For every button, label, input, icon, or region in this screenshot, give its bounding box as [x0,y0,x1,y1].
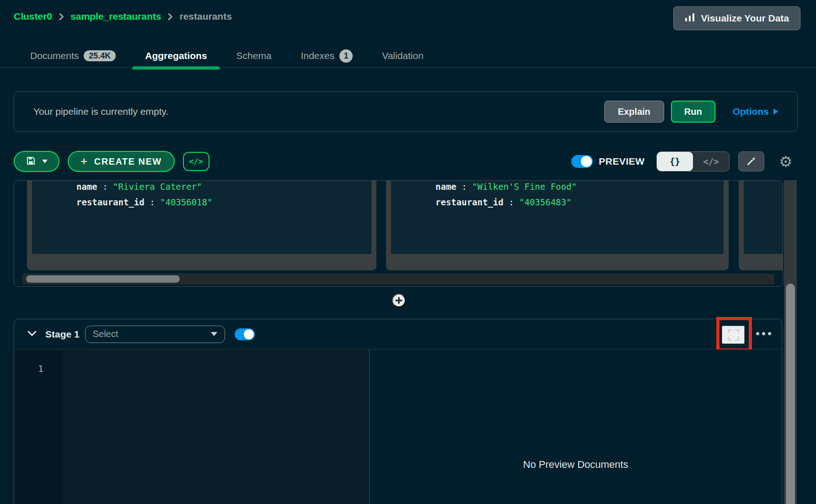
pipeline-status-panel: Your pipeline is currently empty. Explai… [14,91,798,132]
toggle-knob [581,156,592,167]
tab-documents[interactable]: Documents 25.4K [28,44,118,68]
stage-enabled-toggle[interactable] [235,328,255,340]
plus-icon [395,297,403,304]
pipeline-toolbar-right: PREVIEW {} </> ⚙ [571,151,795,172]
stage-1-card: Stage 1 Select 1 No Preview Do [14,319,782,504]
stage-editor: 1 [14,349,370,504]
field-value: "Wilken'S Fine Food" [472,182,577,192]
document-card: gradesArray (4) name"Riviera Caterer" re… [27,180,376,270]
field-row-name: name"Riviera Caterer" [32,180,371,194]
page-vertical-scrollbar [784,180,797,504]
editor-code-area[interactable] [63,349,369,504]
document-card-content: gradesArray (4) name"Riviera Caterer" re… [32,180,371,254]
no-preview-message: No Preview Documents [370,459,782,471]
stage-body: 1 No Preview Documents [14,349,782,504]
tab-indexes[interactable]: Indexes 1 [299,44,355,68]
braces-icon: {} [670,156,680,166]
pipeline-toolbar-left: + CREATE NEW </> [14,151,209,172]
pipeline-preview-panel: gradesArray (4) name"Riviera Caterer" re… [14,180,783,287]
horizontal-scrollbar-thumb[interactable] [26,275,180,283]
preview-label: PREVIEW [599,156,649,167]
editor-gutter: 1 [14,349,63,504]
field-row-restaurant-id: restaurant_id"40356018" [32,194,371,210]
field-row-name: name"Wilken'S Fine Food" [391,180,724,194]
output-view-segmented-control: {} </> [656,151,730,172]
chevron-right-icon [59,13,64,21]
breadcrumb: Cluster0 sample_restaurants restaurants [14,11,232,22]
stage-title: Stage 1 [45,329,80,340]
breadcrumb-collection: restaurants [179,11,231,22]
explain-button[interactable]: Explain [604,101,664,123]
document-card: gradesArray (6) name"Wilken'S Fine Food"… [386,180,729,270]
pipeline-as-text-button[interactable]: </> [183,152,209,171]
documents-count-badge: 25.4K [84,50,116,61]
tab-aggregations[interactable]: Aggregations [143,44,209,68]
stage-header: Stage 1 Select [14,319,782,349]
field-value: "Riviera Caterer" [113,182,202,192]
tab-label: Validation [382,50,424,61]
collection-tabs-bar: Documents 25.4K Aggregations Schema Inde… [0,44,816,68]
field-row-restaurant-id: restaurant_id"40356483" [391,194,724,210]
magic-wand-icon [746,155,757,168]
dot [768,332,771,335]
vertical-scrollbar-thumb[interactable] [786,284,795,504]
document-card-content [744,180,783,254]
save-icon [26,156,36,167]
plus-icon: + [81,155,88,167]
document-card-content: gradesArray (6) name"Wilken'S Fine Food"… [391,180,724,254]
pipeline-empty-message: Your pipeline is currently empty. [33,106,604,117]
field-value: "40356018" [160,197,212,207]
create-new-button[interactable]: + CREATE NEW [68,151,175,172]
indexes-count-badge: 1 [339,49,353,63]
text-view-segment[interactable]: </> [693,152,729,171]
document-view-segment[interactable]: {} [657,152,693,171]
field-key: restaurant_id [435,197,519,207]
field-key: restaurant_id [76,197,160,207]
dot [756,332,759,335]
collapse-chevron-icon[interactable] [27,330,37,338]
tab-label: Aggregations [145,50,207,61]
stage-more-options-button[interactable] [756,332,771,335]
ai-wand-button[interactable] [738,151,764,172]
visualize-button-label: Visualize Your Data [701,13,789,24]
tab-label: Indexes [301,50,335,61]
add-stage-button[interactable] [392,294,406,307]
chevron-down-icon [42,160,48,163]
dot [762,332,765,335]
save-pipeline-split-button[interactable] [14,151,59,172]
chevron-right-icon [167,13,173,21]
tab-validation[interactable]: Validation [380,44,425,68]
field-value: "40356483" [519,197,571,207]
stage-output-pane: No Preview Documents [370,349,782,504]
create-new-label: CREATE NEW [94,156,162,167]
breadcrumb-database[interactable]: sample_restaurants [70,11,161,22]
stage-fullscreen-button[interactable] [722,326,745,344]
fullscreen-icon [727,329,740,341]
line-number: 1 [14,363,43,374]
preview-toggle[interactable] [571,155,593,168]
tab-label: Documents [30,50,79,61]
field-key: name [435,182,472,192]
tab-label: Schema [236,50,272,61]
toggle-knob [244,329,254,339]
chevron-down-icon [211,332,217,336]
bar-chart-icon [685,13,695,24]
code-icon: </> [189,157,203,166]
stage-operator-select[interactable]: Select [85,326,225,343]
code-icon: </> [703,156,719,166]
preview-horizontal-scrollbar [22,273,774,284]
tab-schema[interactable]: Schema [235,44,274,68]
select-placeholder: Select [93,329,211,339]
field-key: name [76,182,113,192]
aggregations-page: { "breadcrumb": { "cluster": "Cluster0",… [0,0,816,504]
options-toggle[interactable]: Options [733,106,778,117]
document-card-partial [739,180,783,270]
triangle-right-icon [773,108,778,115]
breadcrumb-cluster[interactable]: Cluster0 [14,11,52,22]
options-label: Options [733,106,769,117]
run-button[interactable]: Run [671,101,715,123]
visualize-your-data-button[interactable]: Visualize Your Data [673,6,800,30]
settings-gear-icon[interactable]: ⚙ [779,154,795,169]
